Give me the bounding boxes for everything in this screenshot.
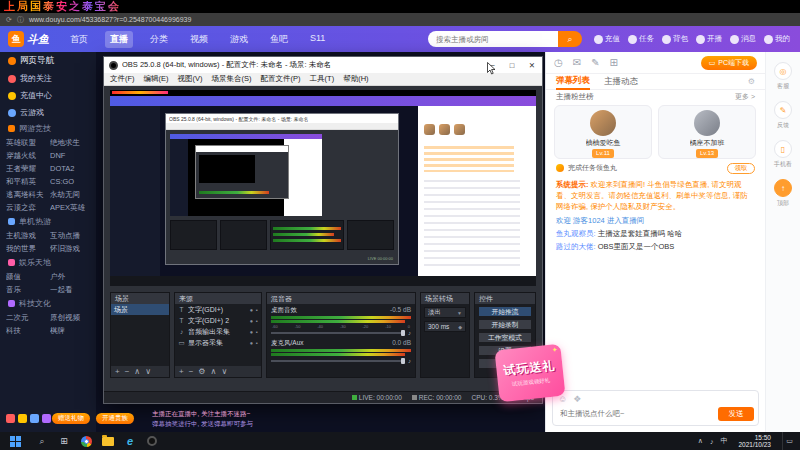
sidebar-cat[interactable]: 穿越火线 [6,149,50,162]
fishball-icon[interactable] [18,414,27,423]
nav-link-yuba[interactable]: 鱼吧 [265,31,293,48]
send-gift-button[interactable]: 赠送礼物 [52,413,90,424]
edit-icon[interactable]: ✎ [591,57,599,68]
task-view-icon[interactable]: ⊞ [53,432,75,450]
menu-help[interactable]: 帮助(H) [343,74,368,84]
mic-icon[interactable]: ♪ [408,358,411,364]
menu-profile[interactable]: 配置文件(P) [261,74,301,84]
noble-button[interactable]: 开通贵族 [96,413,134,424]
lock-icon[interactable]: ▪ [256,340,258,346]
sidebar-cat[interactable]: 英雄联盟 [6,136,50,149]
remove-icon[interactable]: − [125,368,130,376]
chrome-icon[interactable] [75,432,97,450]
gear-icon[interactable]: ⚙ [748,77,755,86]
gift-icon[interactable]: ❖ [573,394,581,404]
sidebar-item-follow[interactable]: 我的关注 [0,70,96,87]
source-item[interactable]: ♪音频输出采集●▪ [175,326,261,337]
move-up-icon[interactable]: ∧ [134,368,140,376]
source-item[interactable]: T文字(GDI+) 2●▪ [175,315,261,326]
sidebar-cat[interactable]: 我的世界 [6,242,50,255]
move-up-icon[interactable]: ∧ [211,368,217,376]
recharge-button[interactable]: 充值 [594,34,620,44]
sidebar-cat[interactable]: 云顶之弈 [6,201,50,214]
sidebar-cat[interactable]: APEX英雄 [50,201,94,214]
fan-card[interactable]: 橘座不加班 Lv.13 [658,105,756,159]
volume-slider[interactable] [271,332,405,334]
volume-icon[interactable]: ♪ [710,438,714,445]
lock-icon[interactable]: ▪ [256,329,258,335]
nav-link-live[interactable]: 直播 [105,31,133,48]
menu-view[interactable]: 视图(V) [178,74,203,84]
source-item[interactable]: ▭显示器采集●▪ [175,337,261,348]
start-button[interactable] [10,436,21,447]
menu-edit[interactable]: 编辑(E) [144,74,169,84]
menu-file[interactable]: 文件(F) [110,74,135,84]
send-button[interactable]: 发送 [718,407,754,421]
obs-taskbar-icon[interactable] [141,432,163,450]
rail-feedback[interactable]: ✎反馈 [766,101,800,130]
sidebar-cat[interactable]: 怀旧游戏 [50,242,94,255]
move-down-icon[interactable]: ∨ [145,368,151,376]
clock-icon[interactable]: ◷ [554,57,563,68]
sidebar-cat[interactable]: 科技 [6,324,50,337]
sidebar-cat[interactable]: 和平精英 [6,175,50,188]
sidebar-cat[interactable]: 音乐 [6,283,50,296]
sidebar-cat[interactable]: 永劫无间 [50,188,94,201]
lock-icon[interactable]: ▪ [256,307,258,313]
noble-icon[interactable] [42,414,51,423]
task-button[interactable]: 任务 [628,34,654,44]
tab-anchor-feed[interactable]: 主播动态 [604,74,638,90]
gift-icon[interactable] [6,414,15,423]
sidebar-item-recharge[interactable]: 充值中心 [0,87,96,104]
tray-expand-icon[interactable]: ∧ [698,437,703,445]
reload-icon[interactable]: ⟳ [6,16,12,24]
sidebar-cat[interactable]: 颜值 [6,270,50,283]
scene-item[interactable]: 场景 [111,304,169,315]
browser-address-bar[interactable]: ⟳ ⓘ www.douyu.com/45336827?r=0.254870044… [0,13,800,26]
menu-scene-collection[interactable]: 场景集合(S) [212,74,252,84]
nav-link-s11[interactable]: S11 [305,31,330,48]
transition-select[interactable]: 淡出▼ [424,307,466,318]
add-icon[interactable]: + [179,368,184,376]
lock-icon[interactable]: ▪ [256,318,258,324]
profile-button[interactable]: 我的 [764,34,790,44]
mail-icon[interactable]: ✉ [573,57,581,68]
sidebar-cat[interactable]: DOTA2 [50,162,94,175]
sidebar-cat[interactable]: 互动点播 [50,229,94,242]
notification-center-icon[interactable]: ▭ [782,432,796,450]
visibility-icon[interactable]: ● [250,307,253,313]
tab-danmu-list[interactable]: 弹幕列表 [556,74,590,90]
obs-title-bar[interactable]: OBS 25.0.8 (64-bit, windows) - 配置文件: 未命名… [104,57,542,73]
fan-card[interactable]: 柚柚爱吃鱼 Lv.11 [554,105,652,159]
trial-gift-badge[interactable]: ✦ 试玩送礼 试玩游戏领好礼 [494,344,565,403]
nav-link-home[interactable]: 首页 [65,31,93,48]
visibility-icon[interactable]: ● [250,318,253,324]
taskbar-clock[interactable]: 15:50 2021/10/23 [734,434,775,449]
sidebar-cat[interactable]: 主机游戏 [6,229,50,242]
taskbar-search-icon[interactable]: ⌕ [31,432,53,450]
start-recording-button[interactable]: 开始录制 [478,319,532,330]
rail-mobile[interactable]: ▯手机看 [766,140,800,169]
visibility-icon[interactable]: ● [250,329,253,335]
golive-button[interactable]: 开播 [696,34,722,44]
ime-indicator[interactable]: 中 [720,436,727,446]
sidebar-cat[interactable]: 户外 [50,270,94,283]
maximize-button[interactable]: □ [502,57,522,73]
url-text[interactable]: www.douyu.com/45336827?r=0.2548700446996… [29,16,192,23]
sidebar-cat[interactable]: CS:GO [50,175,94,188]
message-button[interactable]: 消息 [730,34,756,44]
sidebar-cat[interactable]: 一起看 [50,283,94,296]
claim-task-button[interactable]: 领取 [727,163,755,174]
add-icon[interactable]: + [115,368,120,376]
sidebar-cat[interactable]: 原创视频 [50,311,94,324]
sidebar-cat[interactable]: DNF [50,149,94,162]
search-input[interactable] [428,31,558,47]
start-streaming-button[interactable]: 开始推流 [478,306,532,317]
studio-mode-button[interactable]: 工作室模式 [478,332,532,343]
rank-more-link[interactable]: 更多 > [735,92,755,102]
sidebar-cat[interactable]: 棋牌 [50,324,94,337]
sidebar-cat[interactable]: 王者荣耀 [6,162,50,175]
remove-icon[interactable]: − [189,368,194,376]
backpack-button[interactable]: 背包 [662,34,688,44]
search-button[interactable]: ⌕ [558,31,582,47]
